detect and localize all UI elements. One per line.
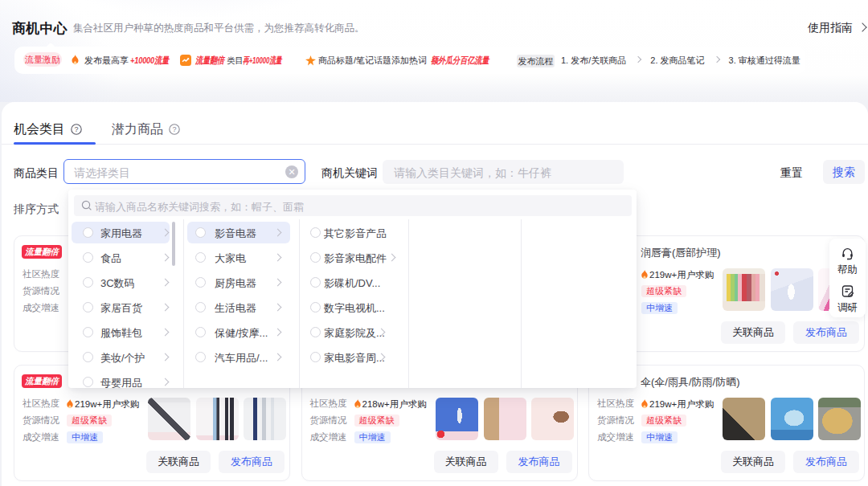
- svg-text:?: ?: [74, 125, 78, 133]
- svg-text:?: ?: [172, 125, 176, 133]
